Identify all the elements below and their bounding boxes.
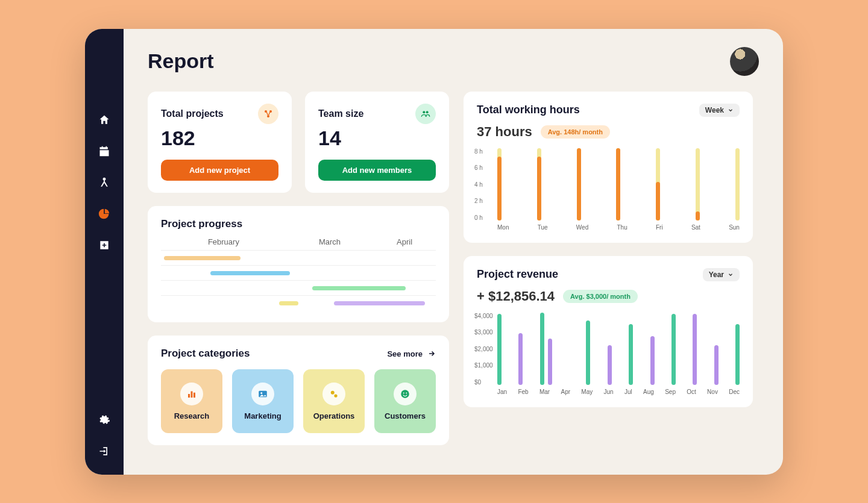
category-label: Research <box>174 411 210 420</box>
x-tick: Jul <box>624 389 632 395</box>
app-shell: Report Total projects 182 Add new pro <box>85 29 783 475</box>
x-tick: Aug <box>643 389 654 395</box>
y-tick: 6 h <box>474 164 483 171</box>
svg-rect-7 <box>193 392 195 397</box>
x-tick: Mon <box>497 224 509 231</box>
x-tick: Dec <box>729 389 740 395</box>
y-tick: 8 h <box>474 148 483 155</box>
category-card[interactable]: Customers <box>374 369 436 433</box>
x-tick: Nov <box>707 389 718 395</box>
add-project-button[interactable]: Add new project <box>161 160 278 181</box>
total-projects-card: Total projects 182 Add new project <box>148 92 292 193</box>
svg-point-12 <box>401 390 409 398</box>
bar-column <box>497 148 502 220</box>
category-label: Operations <box>313 411 355 420</box>
gantt-bar <box>334 301 424 305</box>
project-categories-card: Project categories See more ResearchMark… <box>148 336 449 445</box>
stats-row: Total projects 182 Add new project Team … <box>148 92 449 193</box>
y-tick: 4 h <box>474 181 483 188</box>
revenue-chart: $4,000$3,000$2,000$1,000$0 JanFebMarAprM… <box>477 313 740 395</box>
people-icon <box>415 104 436 124</box>
bar-column <box>696 148 700 220</box>
y-tick: 0 h <box>474 214 483 221</box>
x-tick: Wed <box>576 224 588 231</box>
period-select-revenue[interactable]: Year <box>703 268 740 281</box>
bar-column <box>656 148 660 220</box>
bar <box>650 336 655 385</box>
working-hours-card: Total working hours Week 37 hours Avg. 1… <box>464 92 753 243</box>
progress-month: April <box>373 237 436 251</box>
svg-rect-6 <box>191 391 193 398</box>
bar <box>608 345 612 385</box>
card-title: Project progress <box>161 218 436 230</box>
gantt-bar <box>279 301 298 305</box>
card-title: Project categories <box>161 348 250 360</box>
bar-column <box>735 148 740 220</box>
avatar[interactable] <box>730 47 759 76</box>
bar <box>735 324 740 384</box>
card-title: Total working hours <box>477 104 580 116</box>
x-tick: Sat <box>691 224 700 231</box>
bar-group <box>650 313 655 385</box>
see-more-link[interactable]: See more <box>387 349 436 358</box>
x-tick: Jan <box>497 389 507 395</box>
hours-badge: Avg. 148h/ month <box>541 125 610 139</box>
bar <box>586 320 590 384</box>
topbar: Report <box>148 47 759 76</box>
bar <box>693 314 697 384</box>
bar-group <box>518 313 523 385</box>
bar-group <box>629 313 633 385</box>
x-tick: Tue <box>538 224 548 231</box>
home-icon[interactable] <box>98 113 111 127</box>
bar-chart-icon <box>180 383 203 405</box>
smile-icon <box>394 383 417 405</box>
x-tick: Oct <box>687 389 696 395</box>
gear-icon[interactable] <box>98 413 111 426</box>
svg-point-9 <box>260 392 262 394</box>
bar <box>548 339 552 385</box>
drafting-icon[interactable] <box>98 176 111 189</box>
gantt-bar <box>312 286 406 290</box>
team-size-card: Team size 14 Add new members <box>305 92 449 193</box>
svg-point-14 <box>406 392 407 393</box>
category-label: Customers <box>385 411 426 420</box>
add-members-button[interactable]: Add new members <box>318 160 436 181</box>
gantt-bar <box>210 271 290 275</box>
x-tick: Thu <box>617 224 627 231</box>
select-value: Year <box>709 270 724 279</box>
bar <box>540 313 544 385</box>
card-title: Project revenue <box>477 268 558 281</box>
period-select-hours[interactable]: Week <box>699 104 740 117</box>
gears-icon <box>322 383 345 405</box>
add-square-icon[interactable] <box>98 239 111 252</box>
revenue-badge: Avg. $3,000/ month <box>563 290 638 303</box>
image-icon <box>251 383 274 405</box>
category-card[interactable]: Marketing <box>232 369 294 433</box>
x-tick: Jun <box>604 389 614 395</box>
x-tick: Mar <box>539 389 550 395</box>
y-tick: $0 <box>474 379 493 386</box>
x-tick: Sep <box>665 389 676 395</box>
hours-headline: 37 hours <box>477 124 532 140</box>
stat-value: 14 <box>318 127 436 150</box>
hours-chart: 8 h6 h4 h2 h0 h MonTueWedThuFriSatSun <box>477 148 740 231</box>
calendar-icon[interactable] <box>98 145 111 158</box>
network-icon <box>258 104 278 124</box>
logout-icon[interactable] <box>98 445 111 458</box>
y-tick: $3,000 <box>474 329 493 336</box>
bar-group <box>608 313 612 385</box>
stat-label: Total projects <box>161 108 224 119</box>
project-progress-card: Project progress FebruaryMarchApril <box>148 206 449 323</box>
category-card[interactable]: Research <box>161 369 222 433</box>
bar <box>518 333 523 384</box>
bar-group <box>714 313 719 385</box>
x-tick: Apr <box>561 389 570 395</box>
category-label: Marketing <box>244 411 281 420</box>
y-tick: $4,000 <box>474 313 493 319</box>
select-value: Week <box>705 106 724 114</box>
chevron-down-icon <box>728 272 734 278</box>
svg-point-10 <box>331 390 335 394</box>
category-card[interactable]: Operations <box>303 369 365 433</box>
sidebar <box>85 29 124 475</box>
pie-chart-icon[interactable] <box>98 207 111 220</box>
